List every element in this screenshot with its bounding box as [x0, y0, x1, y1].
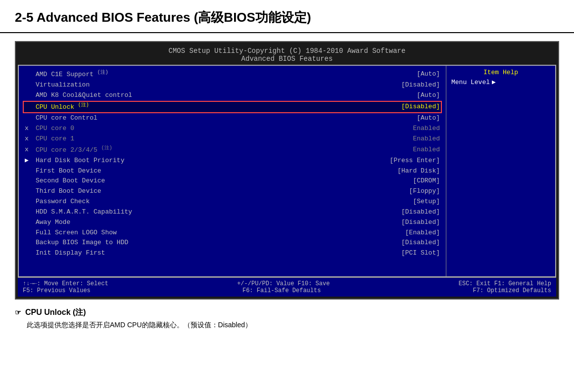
bios-header: CMOS Setup Utility-Copyright (C) 1984-20…	[18, 44, 556, 65]
row-value: [Floppy]	[409, 187, 440, 196]
row-value: Enabled	[413, 124, 440, 133]
bios-row[interactable]: First Boot Device[Hard Disk]	[23, 166, 442, 176]
row-label: CPU core 1	[36, 134, 74, 144]
bios-row[interactable]: HDD S.M.A.R.T. Capability[Disabled]	[23, 207, 442, 218]
footer-f6: F6: Fail-Safe Defaults	[242, 287, 321, 294]
row-value: [Setup]	[413, 197, 440, 207]
footer-row-1: ↑↓→←: Move Enter: Select +/-/PU/PD: Valu…	[23, 280, 551, 287]
row-value: [Press Enter]	[390, 156, 440, 166]
row-label: Hard Disk Boot Priority	[36, 156, 124, 166]
row-value: [Auto]	[417, 114, 440, 123]
bios-row[interactable]: Password Check[Setup]	[23, 197, 442, 207]
row-value: [Disabled]	[401, 208, 440, 217]
row-value: Enabled	[413, 134, 440, 144]
row-value: [CDROM]	[413, 176, 440, 186]
row-label: Away Mode	[36, 218, 70, 227]
row-value: [Disabled]	[401, 102, 440, 112]
row-label: Backup BIOS Image to HDD	[36, 238, 128, 248]
bios-row[interactable]: AMD K8 Cool&Quiet control[Auto]	[23, 90, 442, 101]
bios-row[interactable]: xCPU core 2/3/4/5 (注)Enabled	[23, 144, 442, 156]
footer-f5: F5: Previous Values	[23, 287, 91, 294]
cpu-unlock-desc: 此选项提供您选择是否开启AMD CPU的隐藏核心。（预设值：Disabled）	[27, 321, 559, 330]
row-label: Full Screen LOGO Show	[36, 228, 117, 238]
footer-esc: ESC: Exit F1: General Help	[459, 280, 551, 287]
row-prefix: ▶	[25, 156, 33, 166]
row-label: HDD S.M.A.R.T. Capability	[36, 208, 132, 217]
bios-header-line1: CMOS Setup Utility-Copyright (C) 1984-20…	[18, 47, 556, 55]
bios-header-line2: Advanced BIOS Features	[18, 55, 556, 63]
row-label: Password Check	[36, 197, 90, 207]
bios-left-panel: AMD C1E Support (注)[Auto] Virtualization…	[19, 66, 446, 276]
footer-value: +/-/PU/PD: Value F10: Save	[237, 280, 330, 287]
bios-row[interactable]: AMD C1E Support (注)[Auto]	[23, 69, 442, 80]
row-label: First Boot Device	[36, 167, 101, 176]
page-title: 2-5 Advanced BIOS Features (高级BIOS功能设定)	[0, 0, 574, 33]
footer-f7: F7: Optimized Defaults	[473, 287, 551, 294]
bios-footer: ↑↓→←: Move Enter: Select +/-/PU/PD: Valu…	[18, 277, 556, 297]
row-value: [Disabled]	[401, 238, 440, 248]
row-value: [Disabled]	[401, 81, 440, 90]
cpu-unlock-section: ☞ CPU Unlock (注) 此选项提供您选择是否开启AMD CPU的隐藏核…	[0, 300, 574, 335]
cursor-arrow: ☞	[15, 308, 21, 316]
row-label: Third Boot Device	[36, 187, 101, 196]
row-value: [Auto]	[417, 70, 440, 79]
bios-right-panel: Item Help Menu Level ▶	[446, 66, 555, 276]
row-label: Init Display First	[36, 249, 105, 258]
row-label: AMD C1E Support (注)	[36, 69, 108, 80]
bios-screen: CMOS Setup Utility-Copyright (C) 1984-20…	[15, 41, 559, 300]
row-prefix: x	[25, 124, 33, 133]
bios-row[interactable]: Full Screen LOGO Show[Enabled]	[23, 228, 442, 238]
bios-row[interactable]: xCPU core 0Enabled	[23, 124, 442, 134]
row-prefix: x	[25, 145, 33, 155]
bios-row[interactable]: ▶Hard Disk Boot Priority[Press Enter]	[23, 156, 442, 166]
bios-row[interactable]: Away Mode[Disabled]	[23, 218, 442, 228]
bios-main: AMD C1E Support (注)[Auto] Virtualization…	[18, 65, 556, 277]
cpu-unlock-heading: ☞ CPU Unlock (注)	[15, 307, 559, 318]
row-label: Virtualization	[36, 81, 90, 90]
bios-row[interactable]: CPU Unlock (注)[Disabled]	[23, 101, 442, 113]
row-label: CPU core Control	[36, 114, 97, 123]
row-value: [Disabled]	[401, 218, 440, 227]
row-label: CPU core 0	[36, 124, 74, 133]
bios-row[interactable]: xCPU core 1Enabled	[23, 134, 442, 144]
row-value: Enabled	[413, 145, 440, 155]
bios-row[interactable]: Virtualization[Disabled]	[23, 80, 442, 90]
row-value: [Auto]	[417, 91, 440, 100]
item-help-title: Item Help	[451, 69, 550, 76]
row-label: CPU core 2/3/4/5 (注)	[36, 145, 112, 155]
row-label: Second Boot Device	[36, 176, 105, 186]
bios-row[interactable]: Third Boot Device[Floppy]	[23, 186, 442, 197]
bios-row[interactable]: Backup BIOS Image to HDD[Disabled]	[23, 238, 442, 248]
footer-move: ↑↓→←: Move Enter: Select	[23, 280, 108, 287]
cpu-unlock-title: CPU Unlock (注)	[25, 307, 86, 318]
row-value: [Hard Disk]	[397, 167, 440, 176]
row-value: [Enabled]	[405, 228, 440, 238]
bios-row[interactable]: CPU core Control[Auto]	[23, 113, 442, 124]
bios-row[interactable]: Second Boot Device[CDROM]	[23, 176, 442, 186]
row-label: AMD K8 Cool&Quiet control	[36, 91, 132, 100]
bios-row[interactable]: Init Display First[PCI Slot]	[23, 248, 442, 259]
menu-level: Menu Level ▶	[451, 78, 550, 86]
row-prefix: x	[25, 134, 33, 144]
row-value: [PCI Slot]	[401, 249, 440, 258]
footer-row-2: F5: Previous Values F6: Fail-Safe Defaul…	[23, 287, 551, 294]
row-label: CPU Unlock (注)	[36, 102, 89, 112]
